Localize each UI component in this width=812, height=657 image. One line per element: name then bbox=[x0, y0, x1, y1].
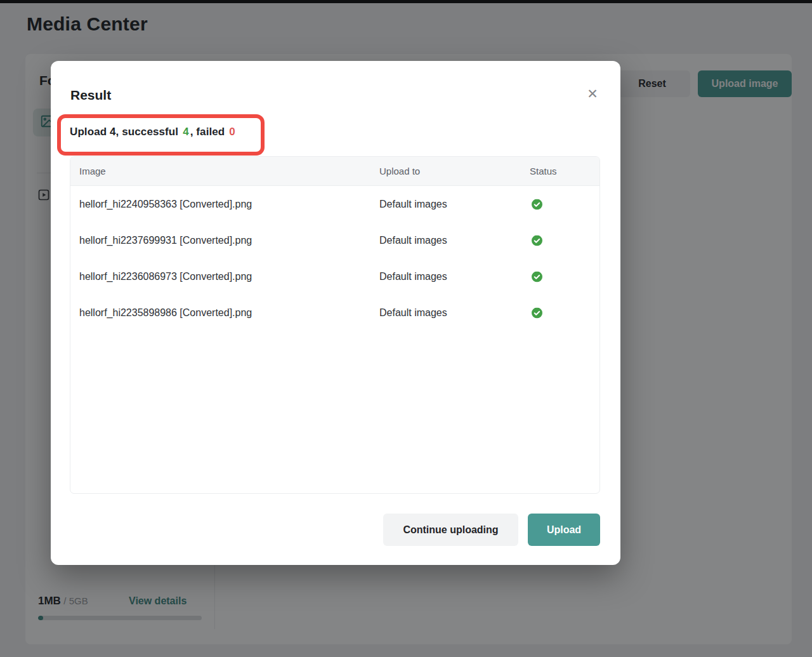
cell-image-name: hellorf_hi2236086973 [Converted].png bbox=[79, 271, 252, 282]
cell-image-name: hellorf_hi2237699931 [Converted].png bbox=[79, 235, 252, 246]
close-icon[interactable]: ✕ bbox=[584, 85, 601, 103]
cell-upload-to: Default images bbox=[379, 235, 447, 246]
upload-status-success-icon bbox=[532, 271, 542, 282]
column-header-upload-to: Upload to bbox=[379, 166, 420, 176]
upload-status-success-icon bbox=[532, 307, 542, 318]
column-header-image: Image bbox=[79, 166, 106, 176]
cell-upload-to: Default images bbox=[379, 271, 447, 282]
table-row: hellorf_hi2235898986 [Converted].png Def… bbox=[70, 295, 599, 331]
cell-image-name: hellorf_hi2235898986 [Converted].png bbox=[79, 307, 252, 319]
upload-button[interactable]: Upload bbox=[528, 514, 600, 546]
upload-status-success-icon bbox=[532, 235, 542, 246]
summary-prefix: Upload 4, successful bbox=[70, 126, 178, 138]
continue-uploading-button[interactable]: Continue uploading bbox=[383, 514, 518, 546]
table-row: hellorf_hi2236086973 [Converted].png Def… bbox=[70, 258, 599, 295]
upload-summary: Upload 4, successful4, failed0 bbox=[70, 126, 237, 138]
cell-upload-to: Default images bbox=[379, 199, 447, 210]
upload-status-success-icon bbox=[532, 199, 542, 209]
summary-success-count: 4 bbox=[183, 126, 189, 138]
modal-title: Result bbox=[70, 88, 111, 103]
column-header-status: Status bbox=[530, 166, 557, 176]
summary-middle: , failed bbox=[190, 126, 225, 138]
upload-result-modal: Result ✕ Upload 4, successful4, failed0 … bbox=[51, 61, 620, 565]
cell-upload-to: Default images bbox=[379, 307, 447, 319]
table-row: hellorf_hi2237699931 [Converted].png Def… bbox=[70, 222, 599, 258]
cell-image-name: hellorf_hi2240958363 [Converted].png bbox=[79, 199, 252, 210]
upload-result-table: Image Upload to Status hellorf_hi2240958… bbox=[70, 156, 600, 494]
table-row: hellorf_hi2240958363 [Converted].png Def… bbox=[70, 186, 599, 222]
table-header-row: Image Upload to Status bbox=[70, 157, 599, 186]
summary-failed-count: 0 bbox=[229, 126, 235, 138]
